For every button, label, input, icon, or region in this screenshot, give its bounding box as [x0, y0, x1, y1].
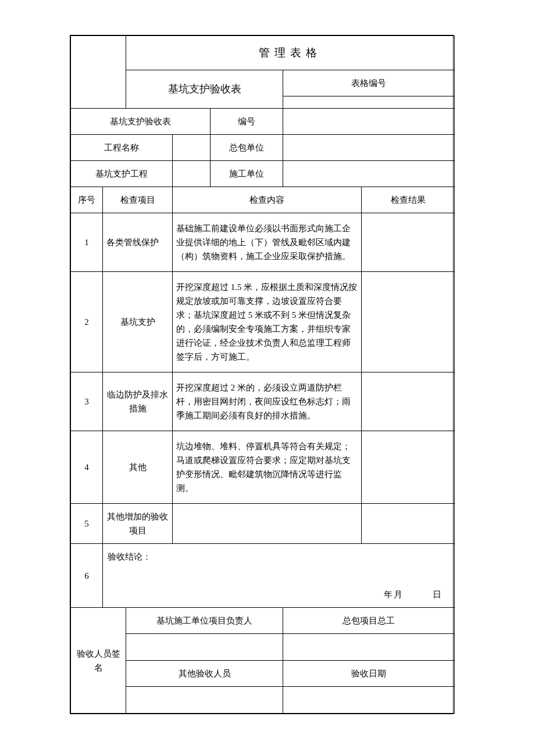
sign-side-label: 验收人员签名 — [71, 608, 126, 714]
row-no: 4 — [71, 431, 103, 504]
row-item: 临边防护及排水措施 — [103, 372, 173, 431]
sign-header: 基坑施工单位项目负责人 — [126, 608, 283, 634]
row-no: 1 — [71, 213, 103, 272]
conclusion-label: 验收结论： — [108, 552, 151, 561]
row-item: 其他 — [103, 431, 173, 504]
form-number-value[interactable] — [283, 96, 455, 109]
conclusion-cell[interactable]: 验收结论： 年月日 — [103, 544, 455, 608]
month-label: 月 — [394, 590, 404, 599]
conclusion-row: 6 验收结论： 年月日 — [71, 544, 455, 608]
row-item: 基坑支护 — [103, 272, 173, 372]
table-row: 5 其他增加的验收项目 — [71, 504, 455, 544]
row-result[interactable] — [362, 272, 455, 372]
sign-field[interactable] — [126, 687, 283, 714]
table-row: 1 各类管线保护 基础施工前建设单位必须以书面形式向施工企业提供详细的地上（下）… — [71, 213, 455, 272]
meta-label: 总包单位 — [211, 135, 283, 161]
row-result[interactable] — [362, 431, 455, 504]
row-item: 各类管线保护 — [103, 213, 173, 272]
row-result[interactable] — [362, 504, 455, 544]
meta-label: 编号 — [211, 109, 283, 135]
sign-header: 总包项目总工 — [283, 608, 455, 634]
sign-field[interactable] — [283, 687, 455, 714]
meta-value[interactable] — [283, 109, 455, 135]
sign-header: 其他验收人员 — [126, 661, 283, 687]
row-result[interactable] — [362, 213, 455, 272]
meta-value[interactable] — [173, 135, 211, 161]
date-line: 年月日 — [384, 587, 443, 601]
subtitle: 基坑支护验收表 — [126, 70, 283, 109]
col-header-result: 检查结果 — [362, 187, 455, 213]
meta-label: 施工单位 — [211, 161, 283, 187]
table-row: 4 其他 坑边堆物、堆料、停置机具等符合有关规定；马道或爬梯设置应符合要求；应定… — [71, 431, 455, 504]
row-result[interactable] — [362, 372, 455, 431]
main-title: 管理表格 — [126, 36, 455, 70]
row-content: 开挖深度超过 2 米的，必须设立两道防护栏杆，用密目网封闭，夜间应设红色标志灯；… — [173, 372, 362, 431]
sign-field[interactable] — [126, 634, 283, 661]
table-row: 3 临边防护及排水措施 开挖深度超过 2 米的，必须设立两道防护栏杆，用密目网封… — [71, 372, 455, 431]
meta-value[interactable] — [283, 161, 455, 187]
row-content: 坑边堆物、堆料、停置机具等符合有关规定；马道或爬梯设置应符合要求；应定期对基坑支… — [173, 431, 362, 504]
meta-label: 工程名称 — [71, 135, 173, 161]
form-number-label: 表格编号 — [283, 70, 455, 96]
row-no: 3 — [71, 372, 103, 431]
col-header-item: 检查项目 — [103, 187, 173, 213]
form-outer: 管理表格 基坑支护验收表 表格编号 基坑支护验收表 编号 工程名称 总包单位 基… — [70, 35, 454, 714]
row-no: 6 — [71, 544, 103, 608]
year-label: 年 — [384, 590, 394, 599]
sign-field[interactable] — [283, 634, 455, 661]
row-content: 开挖深度超过 1.5 米，应根据土质和深度情况按规定放坡或加可靠支撑，边坡设置应… — [173, 272, 362, 372]
col-header-no: 序号 — [71, 187, 103, 213]
sign-header: 验收日期 — [283, 661, 455, 687]
row-no: 5 — [71, 504, 103, 544]
row-item: 其他增加的验收项目 — [103, 504, 173, 544]
meta-value[interactable] — [283, 135, 455, 161]
row-content: 基础施工前建设单位必须以书面形式向施工企业提供详细的地上（下）管线及毗邻区域内建… — [173, 213, 362, 272]
logo-cell — [71, 36, 126, 109]
row-no: 2 — [71, 272, 103, 372]
col-header-content: 检查内容 — [173, 187, 362, 213]
day-label: 日 — [433, 590, 443, 599]
form-table: 管理表格 基坑支护验收表 表格编号 基坑支护验收表 编号 工程名称 总包单位 基… — [70, 35, 455, 714]
table-row: 2 基坑支护 开挖深度超过 1.5 米，应根据土质和深度情况按规定放坡或加可靠支… — [71, 272, 455, 372]
meta-value[interactable] — [173, 161, 211, 187]
row-content — [173, 504, 362, 544]
meta-label: 基坑支护验收表 — [71, 109, 211, 135]
meta-label: 基坑支护工程 — [71, 161, 173, 187]
